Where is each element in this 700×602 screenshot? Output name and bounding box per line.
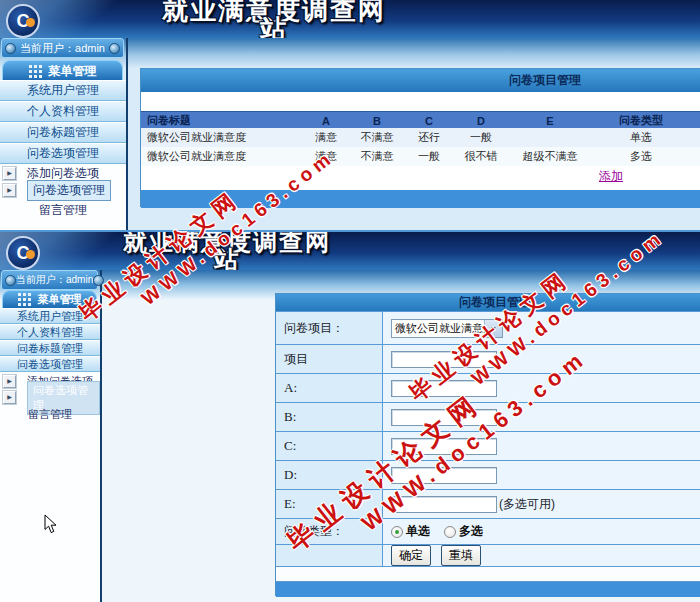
table-header-row: 问卷标题 A B C D E 问卷类型 编辑 [141, 111, 700, 129]
radio-unselected-icon[interactable] [444, 526, 456, 538]
logo-orange-dot [26, 250, 35, 259]
sidebar-subitem-messages[interactable]: 留言管理 [0, 203, 126, 217]
cell-title: 微软公司就业满意度 [143, 147, 301, 166]
menu-grid-icon [29, 65, 42, 78]
table-add-row: 添加 [141, 166, 700, 185]
expand-arrow-icon[interactable]: ▶ [3, 391, 16, 404]
column-header-b: B [351, 112, 403, 129]
sidebar-item-titles[interactable]: 问卷标题管理 [0, 122, 126, 143]
sidebar-item-options[interactable]: 问卷选项管理 [0, 356, 100, 372]
panel-footer-bar [141, 190, 700, 208]
sidebar-item-profile[interactable]: 个人资料管理 [0, 101, 126, 122]
screenshot-table-view: C 就业满意度调查网站 当前用户：admin 菜单管理 系统用户管理 个人资料管… [0, 0, 700, 230]
cell-d: 一般 [455, 128, 507, 147]
form-row-project: 问卷项目： 微软公司就业满意度 ▼ [276, 311, 700, 344]
radio-single-label: 单选 [406, 523, 430, 540]
option-e-label: E: [276, 490, 383, 518]
column-header-c: C [403, 112, 455, 129]
sidebar-nav: 系统用户管理 个人资料管理 问卷标题管理 问卷选项管理 [0, 308, 100, 372]
sidebar-item-system-users[interactable]: 系统用户管理 [0, 80, 126, 101]
site-title: 就业满意度调查网站 [118, 233, 336, 269]
cell-a: 满意 [301, 128, 351, 147]
sidebar: 当前用户：admin 菜单管理 系统用户管理 个人资料管理 问卷标题管理 问卷选… [0, 38, 128, 230]
column-header-edit: 编辑 [689, 112, 700, 129]
logo-orange-dot [26, 18, 35, 27]
sidebar: 当前用户：admin 菜单管理 系统用户管理 个人资料管理 问卷标题管理 问卷选… [0, 270, 102, 602]
mouse-cursor-icon [44, 514, 58, 534]
sidebar-subarea: ▶ 添加问卷选项 ▶ 问卷选项管理 留言管理 [0, 372, 100, 602]
expand-arrow-icon[interactable]: ▶ [3, 184, 16, 197]
current-user-bar: 当前用户：admin [1, 270, 98, 290]
empty-label-cell [276, 545, 383, 566]
column-header-title: 问卷标题 [143, 112, 301, 129]
sidebar-menu-header[interactable]: 菜单管理 [2, 60, 123, 81]
column-header-type: 问卷类型 [593, 112, 689, 129]
sidebar-item-system-users[interactable]: 系统用户管理 [0, 308, 100, 324]
form-row-e: E: (多选可用) [276, 489, 700, 518]
sidebar-subitem-manage-option[interactable]: ▶ 问卷选项管理 [0, 389, 100, 406]
sidebar-subitem-manage-option[interactable]: ▶ 问卷选项管理 [0, 182, 126, 199]
radio-multi-label: 多选 [459, 523, 483, 540]
cell-b: 不满意 [351, 128, 403, 147]
edit-link[interactable]: 编辑 [689, 128, 700, 147]
form-row-b: B: [276, 402, 700, 431]
sidebar-item-profile[interactable]: 个人资料管理 [0, 324, 100, 340]
site-logo-icon: C [6, 236, 40, 270]
sidebar-menu-header[interactable]: 菜单管理 [2, 290, 97, 308]
project-label: 问卷项目： [276, 312, 383, 344]
option-a-input[interactable] [391, 380, 497, 397]
project-select[interactable]: 微软公司就业满意度 ▼ [391, 319, 503, 338]
subitem-label-boxed[interactable]: 问卷选项管理 [27, 180, 111, 201]
menu-grid-icon [18, 293, 31, 306]
cell-c: 一般 [403, 147, 455, 166]
option-c-input[interactable] [391, 438, 497, 455]
cell-d: 很不错 [455, 147, 507, 166]
menu-header-label: 菜单管理 [49, 63, 97, 80]
subitem-label: 留言管理 [28, 407, 72, 422]
sidebar-item-titles[interactable]: 问卷标题管理 [0, 340, 100, 356]
add-link[interactable]: 添加 [599, 168, 623, 185]
form-blank-row [276, 566, 700, 581]
reset-button[interactable]: 重填 [441, 545, 481, 566]
option-e-input[interactable] [391, 496, 497, 513]
expand-arrow-icon[interactable]: ▶ [3, 375, 16, 388]
option-b-input[interactable] [391, 409, 497, 426]
radio-selected-icon[interactable] [391, 526, 403, 538]
page: C 就业满意度调查网站 当前用户：admin 菜单管理 系统用户管理 个人资料管… [0, 0, 700, 602]
screw-icon [93, 275, 104, 286]
cell-a: 满意 [301, 147, 351, 166]
option-d-label: D: [276, 461, 383, 489]
site-title: 就业满意度调查网站 [156, 1, 392, 38]
sidebar-item-options[interactable]: 问卷选项管理 [0, 143, 126, 164]
panel-title: 问卷项目管理 [276, 294, 700, 311]
form-row-d: D: [276, 460, 700, 489]
site-header: C 就业满意度调查网站 [0, 0, 700, 38]
option-d-input[interactable] [391, 467, 497, 484]
radio-multi-choice[interactable]: 多选 [444, 523, 483, 540]
cell-e: 超级不满意 [507, 147, 593, 166]
item-input[interactable] [391, 351, 497, 368]
screw-icon [5, 43, 16, 54]
site-logo-icon: C [6, 4, 40, 38]
radio-single-choice[interactable]: 单选 [391, 523, 430, 540]
menu-header-label: 菜单管理 [38, 292, 82, 307]
edit-link[interactable]: 编辑 [689, 147, 700, 166]
column-header-e: E [507, 112, 593, 129]
questionnaire-form-panel: 问卷项目管理 问卷项目： 微软公司就业满意度 ▼ 项目 A: B: [275, 293, 700, 596]
panel-footer-bar [276, 581, 700, 597]
subitem-label: 留言管理 [39, 202, 87, 219]
chevron-down-icon[interactable]: ▼ [484, 320, 502, 337]
current-user-label: 当前用户：admin [16, 273, 93, 287]
item-label: 项目 [276, 345, 383, 373]
expand-arrow-icon[interactable]: ▶ [3, 167, 16, 180]
sidebar-subitem-messages[interactable]: 留言管理 [0, 408, 100, 421]
ok-button[interactable]: 确定 [391, 545, 431, 566]
current-user-bar: 当前用户：admin [1, 38, 124, 58]
cell-c: 还行 [403, 128, 455, 147]
form-row-type: 问卷类型： 单选 多选 [276, 518, 700, 544]
sidebar-subitem-add-option[interactable]: ▶ 添加问卷选项 [0, 166, 126, 181]
sidebar-nav: 系统用户管理 个人资料管理 问卷标题管理 问卷选项管理 [0, 80, 126, 164]
form-row-buttons: 确定 重填 [276, 544, 700, 566]
cell-e [507, 128, 593, 147]
form-row-c: C: [276, 431, 700, 460]
